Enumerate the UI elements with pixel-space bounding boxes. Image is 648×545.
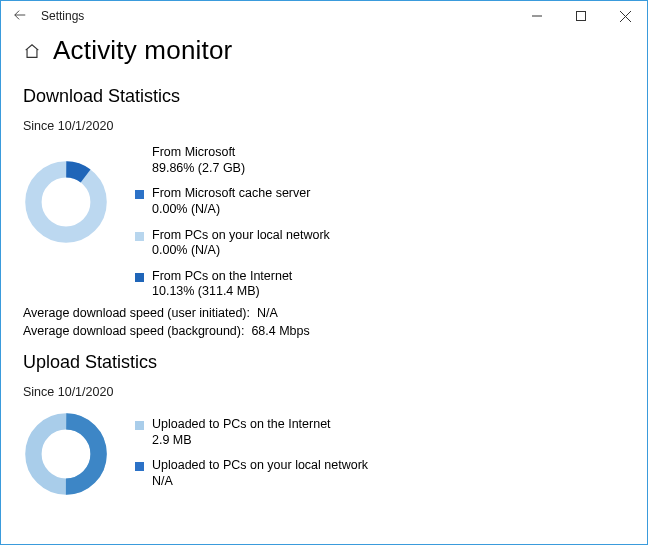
close-button[interactable] [603, 1, 647, 31]
swatch-icon [135, 190, 144, 199]
legend-label: Uploaded to PCs on your local network [152, 458, 368, 474]
legend-label: Uploaded to PCs on the Internet [152, 417, 331, 433]
upload-since: Since 10/1/2020 [23, 385, 625, 399]
legend-value: 0.00% (N/A) [152, 202, 310, 218]
titlebar: Settings [1, 1, 647, 31]
window-title: Settings [41, 9, 84, 23]
page-title: Activity monitor [53, 35, 232, 66]
upload-legend: Uploaded to PCs on the Internet 2.9 MB U… [135, 411, 368, 490]
home-icon[interactable] [23, 42, 41, 60]
download-heading: Download Statistics [23, 86, 625, 107]
legend-item: From PCs on your local network 0.00% (N/… [135, 228, 330, 259]
legend-item: Uploaded to PCs on the Internet 2.9 MB [135, 417, 368, 448]
upload-heading: Upload Statistics [23, 352, 625, 373]
legend-value: 0.00% (N/A) [152, 243, 330, 259]
swatch-icon [135, 149, 144, 158]
swatch-icon [135, 462, 144, 471]
legend-label: From PCs on the Internet [152, 269, 292, 285]
legend-item: From PCs on the Internet 10.13% (311.4 M… [135, 269, 330, 300]
swatch-icon [135, 273, 144, 282]
legend-value: N/A [152, 474, 368, 490]
download-since: Since 10/1/2020 [23, 119, 625, 133]
download-donut-chart [23, 159, 109, 245]
avg-download-user: Average download speed (user initiated):… [23, 306, 625, 320]
svg-rect-2 [577, 12, 586, 21]
back-button[interactable] [7, 8, 33, 25]
minimize-button[interactable] [515, 1, 559, 31]
download-legend: From Microsoft 89.86% (2.7 GB) From Micr… [135, 145, 330, 300]
page-content: Activity monitor Download Statistics Sin… [1, 31, 647, 529]
upload-section: Upload Statistics Since 10/1/2020 Upload… [23, 352, 625, 497]
legend-value: 89.86% (2.7 GB) [152, 161, 245, 177]
swatch-icon [135, 421, 144, 430]
legend-value: 10.13% (311.4 MB) [152, 284, 292, 300]
svg-point-5 [33, 169, 98, 234]
page-header: Activity monitor [23, 35, 625, 66]
upload-donut-chart [23, 411, 109, 497]
legend-item: From Microsoft 89.86% (2.7 GB) [135, 145, 330, 176]
legend-item: Uploaded to PCs on your local network N/… [135, 458, 368, 489]
legend-label: From Microsoft [152, 145, 245, 161]
swatch-icon [135, 232, 144, 241]
legend-label: From Microsoft cache server [152, 186, 310, 202]
legend-value: 2.9 MB [152, 433, 331, 449]
legend-label: From PCs on your local network [152, 228, 330, 244]
legend-item: From Microsoft cache server 0.00% (N/A) [135, 186, 330, 217]
download-section: Download Statistics Since 10/1/2020 From… [23, 86, 625, 338]
avg-download-bg: Average download speed (background): 68.… [23, 324, 625, 338]
maximize-button[interactable] [559, 1, 603, 31]
